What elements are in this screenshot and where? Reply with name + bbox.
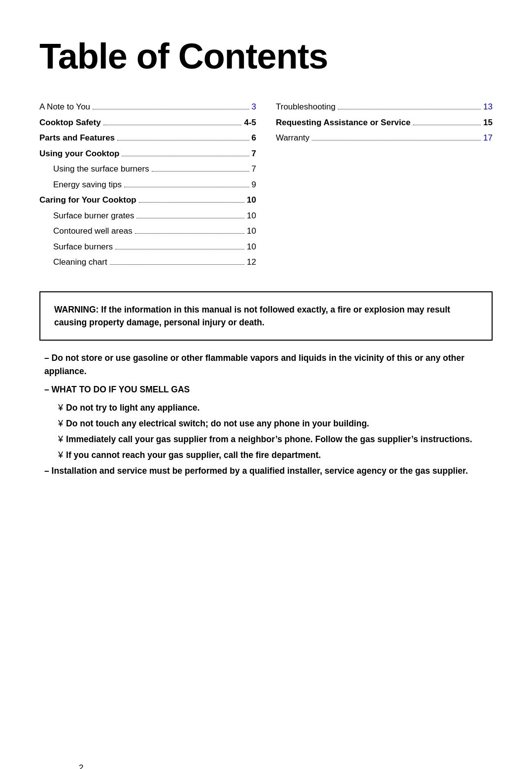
safety-section: – Do not store or use gasoline or other … bbox=[39, 351, 493, 478]
page-title: Table of Contents bbox=[39, 30, 493, 83]
warning-box: WARNING: If the information in this manu… bbox=[39, 291, 493, 341]
toc-dots bbox=[152, 171, 249, 172]
safety-sub-item: ¥If you cannot reach your gas supplier, … bbox=[44, 449, 488, 462]
toc-page: 13 bbox=[483, 101, 493, 113]
toc-label: Caring for Your Cooktop bbox=[39, 194, 136, 207]
toc-label: Troubleshooting bbox=[276, 101, 335, 113]
toc-label: Contoured well areas bbox=[53, 225, 133, 238]
toc-entry: Cooktop Safety4-5 bbox=[39, 116, 256, 129]
page-wrapper: Table of Contents A Note to You3Cooktop … bbox=[39, 30, 493, 769]
toc-entry: Using your Cooktop7 bbox=[39, 147, 256, 160]
toc-entry: Surface burners10 bbox=[39, 241, 256, 253]
toc-left-column: A Note to You3Cooktop Safety4-5Parts and… bbox=[39, 101, 256, 272]
safety-sub-item: ¥Immediately call your gas supplier from… bbox=[44, 433, 488, 447]
toc-entry: Requesting Assistance or Service15 bbox=[276, 116, 493, 129]
yen-icon: ¥ bbox=[58, 433, 63, 447]
toc-page: 10 bbox=[247, 241, 256, 253]
toc-page: 10 bbox=[247, 210, 256, 222]
toc-entry: Parts and Features6 bbox=[39, 132, 256, 144]
toc-dots bbox=[136, 218, 244, 218]
safety-item: – Installation and service must be perfo… bbox=[44, 464, 488, 478]
toc-dots bbox=[122, 156, 249, 156]
toc-dots bbox=[139, 202, 244, 203]
toc-label: Warranty bbox=[276, 132, 309, 144]
safety-sub-item: ¥Do not try to light any appliance. bbox=[44, 401, 488, 415]
toc-entry: Cleaning chart12 bbox=[39, 256, 256, 269]
toc-label: A Note to You bbox=[39, 101, 90, 113]
warning-text: WARNING: If the information in this manu… bbox=[54, 303, 478, 329]
yen-icon: ¥ bbox=[58, 417, 63, 431]
toc-dots bbox=[312, 140, 481, 140]
toc-label: Requesting Assistance or Service bbox=[276, 116, 410, 129]
page-number: 2 bbox=[79, 762, 83, 769]
toc-dots bbox=[103, 125, 242, 125]
toc-entry: Contoured well areas10 bbox=[39, 225, 256, 238]
toc-entry: Warranty17 bbox=[276, 132, 493, 144]
toc-label: Surface burners bbox=[53, 241, 113, 253]
toc-dots bbox=[413, 125, 481, 125]
toc-entry: Surface burner grates10 bbox=[39, 210, 256, 222]
toc-dots bbox=[117, 140, 249, 140]
toc-label: Using the surface burners bbox=[53, 163, 149, 175]
toc-page: 12 bbox=[247, 256, 256, 269]
toc-entry: Energy saving tips9 bbox=[39, 178, 256, 191]
toc-label: Using your Cooktop bbox=[39, 147, 119, 160]
yen-icon: ¥ bbox=[58, 401, 63, 415]
toc-entry: Using the surface burners7 bbox=[39, 163, 256, 175]
toc-page: 6 bbox=[252, 132, 256, 144]
toc-dots bbox=[135, 233, 244, 234]
toc-container: A Note to You3Cooktop Safety4-5Parts and… bbox=[39, 101, 493, 272]
toc-label: Parts and Features bbox=[39, 132, 115, 144]
toc-label: Cleaning chart bbox=[53, 256, 107, 269]
toc-entry: Troubleshooting13 bbox=[276, 101, 493, 113]
toc-page: 10 bbox=[247, 194, 256, 207]
toc-dots bbox=[93, 109, 249, 109]
toc-page: 3 bbox=[252, 101, 256, 113]
toc-dots bbox=[338, 109, 481, 109]
toc-label: Energy saving tips bbox=[53, 178, 122, 191]
toc-entry: Caring for Your Cooktop10 bbox=[39, 194, 256, 207]
toc-page: 10 bbox=[247, 225, 256, 238]
toc-dots bbox=[124, 187, 249, 187]
toc-dots bbox=[110, 264, 244, 265]
yen-icon: ¥ bbox=[58, 449, 63, 462]
toc-page: 4-5 bbox=[244, 116, 256, 129]
toc-page: 7 bbox=[252, 147, 256, 160]
safety-item: – WHAT TO DO IF YOU SMELL GAS bbox=[44, 383, 488, 396]
toc-page: 9 bbox=[252, 178, 256, 191]
toc-entry: A Note to You3 bbox=[39, 101, 256, 113]
toc-page: 17 bbox=[483, 132, 493, 144]
toc-right-column: Troubleshooting13Requesting Assistance o… bbox=[276, 101, 493, 272]
safety-sub-item: ¥Do not touch any electrical switch; do … bbox=[44, 417, 488, 431]
toc-label: Cooktop Safety bbox=[39, 116, 101, 129]
safety-item: – Do not store or use gasoline or other … bbox=[44, 351, 488, 378]
toc-label: Surface burner grates bbox=[53, 210, 134, 222]
toc-dots bbox=[115, 249, 244, 249]
toc-page: 7 bbox=[252, 163, 256, 175]
toc-page: 15 bbox=[483, 116, 493, 129]
